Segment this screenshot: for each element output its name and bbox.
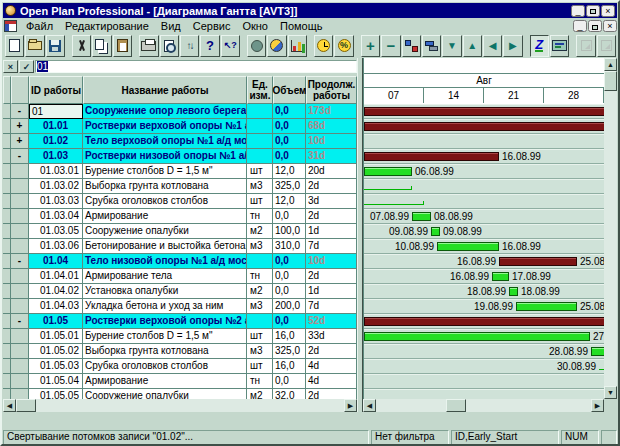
cell-volume[interactable]: 12,0 xyxy=(273,164,306,179)
header-volume[interactable]: Объем xyxy=(273,76,306,104)
cell-volume[interactable]: 0,0 xyxy=(273,374,306,389)
table-row-01.03.06[interactable]: 01.03.06Бетонирование и выстойка бетонам… xyxy=(3,239,357,254)
cell-id[interactable]: 01 xyxy=(29,104,83,119)
row-selector[interactable] xyxy=(3,344,11,359)
row-selector[interactable] xyxy=(3,329,11,344)
cell-duration[interactable]: 31d xyxy=(306,149,357,164)
cell-volume[interactable]: 325,0 xyxy=(273,179,306,194)
gantt-bar-01.04.01[interactable] xyxy=(492,272,509,281)
table-row-01.02[interactable]: +01.02Тело верховой опоры №1 а/д моста0,… xyxy=(3,134,357,149)
cell-id[interactable]: 01.05.02 xyxy=(29,344,83,359)
toolbar-histogram-button[interactable] xyxy=(288,35,307,57)
cell-edit-input[interactable]: 01 xyxy=(35,60,357,73)
collapse-toggle[interactable] xyxy=(11,239,29,254)
cell-name[interactable]: Ростверки низовой опоры №1 а/д моста xyxy=(83,149,247,164)
collapse-toggle[interactable]: + xyxy=(11,134,29,149)
cell-volume[interactable]: 32,0 xyxy=(273,389,306,399)
cell-id[interactable]: 01.01 xyxy=(29,119,83,134)
row-selector[interactable] xyxy=(3,389,11,399)
cell-duration[interactable]: 2d xyxy=(306,344,357,359)
cell-name[interactable]: Выборка грунта котлована xyxy=(83,344,247,359)
cell-id[interactable]: 01.02 xyxy=(29,134,83,149)
cell-duration[interactable]: 4d xyxy=(306,359,357,374)
confirm-edit-button[interactable]: ✓ xyxy=(19,60,34,73)
cell-unit[interactable]: м2 xyxy=(247,389,273,399)
gantt-bar-01.03.01[interactable] xyxy=(364,167,412,176)
cell-name[interactable]: Армирование xyxy=(83,374,247,389)
cell-duration[interactable]: 33d xyxy=(306,329,357,344)
cell-name[interactable]: Тело верховой опоры №1 а/д моста xyxy=(83,134,247,149)
gantt-bar-01.03.04[interactable] xyxy=(412,212,431,221)
collapse-toggle[interactable] xyxy=(11,389,29,399)
cell-id[interactable]: 01.04.03 xyxy=(29,299,83,314)
table-row-01.05.02[interactable]: 01.05.02Выборка грунта котлованам3325,02… xyxy=(3,344,357,359)
cell-volume[interactable]: 0,0 xyxy=(273,314,306,329)
cell-duration[interactable]: 10d xyxy=(306,254,357,269)
cell-name[interactable]: Ростверки верховой опоры №2 а/д моста xyxy=(83,314,247,329)
cell-name[interactable]: Выборка грунта котлована xyxy=(83,179,247,194)
cell-volume[interactable]: 0,0 xyxy=(273,104,306,119)
menu-item-1[interactable]: Файл xyxy=(20,20,59,32)
minimize-button[interactable]: _ xyxy=(571,5,585,17)
scroll-left-icon[interactable]: ◀ xyxy=(363,399,376,412)
cell-name[interactable]: Сооружение опор левого берега xyxy=(83,104,247,119)
cell-duration[interactable]: 2d xyxy=(306,209,357,224)
row-selector[interactable] xyxy=(3,134,11,149)
cell-name[interactable]: Бурение столбов D = 1,5 м" xyxy=(83,164,247,179)
row-selector[interactable] xyxy=(3,359,11,374)
toolbar-print-preview-button[interactable] xyxy=(160,35,179,57)
scroll-down-icon[interactable]: ▼ xyxy=(604,386,617,399)
row-selector[interactable] xyxy=(3,164,11,179)
table-row-01.05.03[interactable]: 01.05.03Срубка оголовков столбовшт16,04d xyxy=(3,359,357,374)
cell-volume[interactable]: 16,0 xyxy=(273,329,306,344)
toolbar-copy-button[interactable] xyxy=(92,35,111,57)
table-row-01.04.02[interactable]: 01.04.02Установка опалубким20,01d xyxy=(3,284,357,299)
cell-duration[interactable]: 7d xyxy=(306,299,357,314)
menu-item-4[interactable]: Сервис xyxy=(187,20,237,32)
collapse-toggle[interactable]: + xyxy=(11,119,29,134)
collapse-toggle[interactable] xyxy=(11,359,29,374)
cell-volume[interactable]: 0,0 xyxy=(273,254,306,269)
table-row-01.05.04[interactable]: 01.05.04Армированиетн0,04d xyxy=(3,374,357,389)
row-selector[interactable] xyxy=(3,209,11,224)
collapse-toggle[interactable] xyxy=(11,194,29,209)
toolbar-move-right-button[interactable]: ▶ xyxy=(503,35,522,57)
menu-item-5[interactable]: Окно xyxy=(236,20,274,32)
table-row-01.05[interactable]: -01.05Ростверки верховой опоры №2 а/д мо… xyxy=(3,314,357,329)
cell-volume[interactable]: 200,0 xyxy=(273,299,306,314)
scroll-right-icon[interactable]: ▶ xyxy=(591,399,604,412)
cell-name[interactable]: Бурение столбов D = 1,5 м" xyxy=(83,329,247,344)
cell-volume[interactable]: 0,0 xyxy=(273,149,306,164)
scroll-up-icon[interactable]: ▲ xyxy=(604,58,617,71)
table-row-01.03.02[interactable]: 01.03.02Выборка грунта котлованам3325,02… xyxy=(3,179,357,194)
scroll-thumb[interactable] xyxy=(446,399,466,412)
table-row-01.04.01[interactable]: 01.04.01Армирование телатн0,02d xyxy=(3,269,357,284)
cell-volume[interactable]: 325,0 xyxy=(273,344,306,359)
cell-duration[interactable]: 2d xyxy=(306,179,357,194)
scroll-right-icon[interactable]: ▶ xyxy=(344,399,357,412)
collapse-toggle[interactable]: - xyxy=(11,314,29,329)
header-name[interactable]: Название работы xyxy=(83,76,247,104)
toolbar-zigzag-button[interactable]: Z xyxy=(530,35,549,57)
collapse-toggle[interactable] xyxy=(11,269,29,284)
toolbar-help-button[interactable]: ? xyxy=(200,35,219,57)
collapse-toggle[interactable] xyxy=(11,164,29,179)
cell-name[interactable]: Армирование тела xyxy=(83,269,247,284)
scroll-thumb[interactable] xyxy=(604,71,617,91)
toolbar-spider-view-button[interactable] xyxy=(247,35,266,57)
cell-unit[interactable] xyxy=(247,104,273,119)
mdi-close-button[interactable]: × xyxy=(603,20,617,32)
cell-name[interactable]: Укладка бетона и уход за ним xyxy=(83,299,247,314)
cell-volume[interactable]: 0,0 xyxy=(273,119,306,134)
table-row-01.03[interactable]: -01.03Ростверки низовой опоры №1 а/д мос… xyxy=(3,149,357,164)
cell-unit[interactable] xyxy=(247,314,273,329)
table-row-01.03.04[interactable]: 01.03.04Армированиетн0,02d xyxy=(3,209,357,224)
cell-duration[interactable]: 1d xyxy=(306,284,357,299)
cell-id[interactable]: 01.05.03 xyxy=(29,359,83,374)
cell-name[interactable]: Тело низовой опоры №1 а/д моста xyxy=(83,254,247,269)
cell-volume[interactable]: 310,0 xyxy=(273,239,306,254)
close-button[interactable]: × xyxy=(601,5,615,17)
collapse-toggle[interactable] xyxy=(11,329,29,344)
cell-unit[interactable]: шт xyxy=(247,194,273,209)
toolbar-save-button[interactable] xyxy=(46,35,65,57)
